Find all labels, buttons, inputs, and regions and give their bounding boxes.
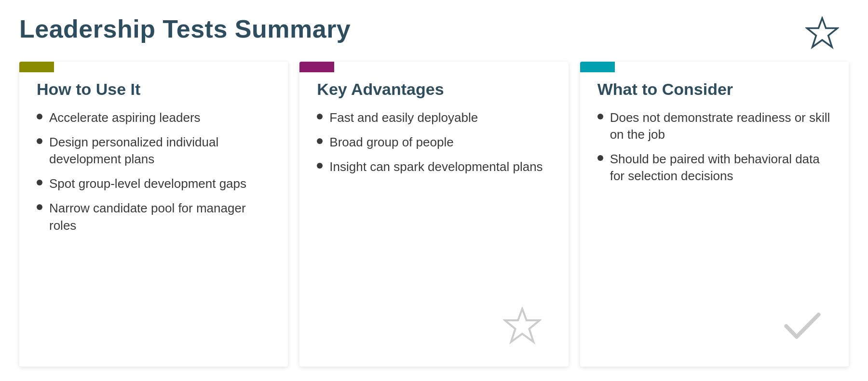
header: Leadership Tests Summary xyxy=(19,14,849,50)
page: Leadership Tests Summary How to Use It A… xyxy=(0,0,868,381)
card-key-advantages-title: Key Advantages xyxy=(317,80,551,99)
list-item: Does not demonstrate readiness or skill … xyxy=(597,109,831,143)
svg-marker-0 xyxy=(807,18,838,47)
card-what-to-consider-inner: What to Consider Does not demonstrate re… xyxy=(580,66,849,367)
card-key-advantages-list: Fast and easily deployable Broad group o… xyxy=(317,109,551,307)
list-item-text: Does not demonstrate readiness or skill … xyxy=(610,109,831,143)
bullet-icon xyxy=(37,138,42,144)
star-icon-header xyxy=(805,16,839,50)
list-item-text: Insight can spark developmental plans xyxy=(329,158,542,175)
list-item: Accelerate aspiring leaders xyxy=(37,109,271,126)
bullet-icon xyxy=(317,138,323,144)
list-item: Narrow candidate pool for manager roles xyxy=(37,200,271,234)
list-item-text: Design personalized individual developme… xyxy=(49,134,271,168)
card-key-advantages-inner: Key Advantages Fast and easily deployabl… xyxy=(299,66,568,367)
checkmark-watermark-icon xyxy=(783,307,822,345)
list-item-text: Spot group-level development gaps xyxy=(49,175,246,192)
list-item: Should be paired with behavioral data fo… xyxy=(597,151,831,184)
card-key-advantages: Key Advantages Fast and easily deployabl… xyxy=(299,62,568,367)
card-what-to-consider-list: Does not demonstrate readiness or skill … xyxy=(597,109,831,307)
list-item: Design personalized individual developme… xyxy=(37,134,271,168)
list-item: Broad group of people xyxy=(317,134,551,151)
bullet-icon xyxy=(317,114,323,119)
bullet-icon xyxy=(597,155,603,161)
bullet-icon xyxy=(37,204,42,210)
bullet-icon xyxy=(597,114,603,119)
card-watermark-check xyxy=(597,307,831,353)
star-watermark-icon xyxy=(503,307,542,345)
card-watermark xyxy=(317,307,551,353)
list-item: Insight can spark developmental plans xyxy=(317,158,551,175)
bullet-icon xyxy=(317,163,323,169)
card-how-to-use-title: How to Use It xyxy=(37,80,271,99)
svg-marker-1 xyxy=(505,309,540,342)
page-title: Leadership Tests Summary xyxy=(19,14,351,43)
card-accent-purple xyxy=(299,62,334,72)
card-how-to-use-list: Accelerate aspiring leaders Design perso… xyxy=(37,109,271,353)
card-accent-olive xyxy=(19,62,54,72)
list-item: Fast and easily deployable xyxy=(317,109,551,126)
bullet-icon xyxy=(37,180,42,185)
cards-container: How to Use It Accelerate aspiring leader… xyxy=(19,62,849,367)
list-item: Spot group-level development gaps xyxy=(37,175,271,192)
list-item-text: Broad group of people xyxy=(329,134,453,151)
card-what-to-consider: What to Consider Does not demonstrate re… xyxy=(580,62,849,367)
card-what-to-consider-title: What to Consider xyxy=(597,80,831,99)
bullet-icon xyxy=(37,114,42,119)
list-item-text: Narrow candidate pool for manager roles xyxy=(49,200,271,234)
card-how-to-use-inner: How to Use It Accelerate aspiring leader… xyxy=(19,66,288,367)
card-accent-teal xyxy=(580,62,615,72)
list-item-text: Accelerate aspiring leaders xyxy=(49,109,201,126)
card-how-to-use: How to Use It Accelerate aspiring leader… xyxy=(19,62,288,367)
list-item-text: Should be paired with behavioral data fo… xyxy=(610,151,831,184)
list-item-text: Fast and easily deployable xyxy=(329,109,478,126)
